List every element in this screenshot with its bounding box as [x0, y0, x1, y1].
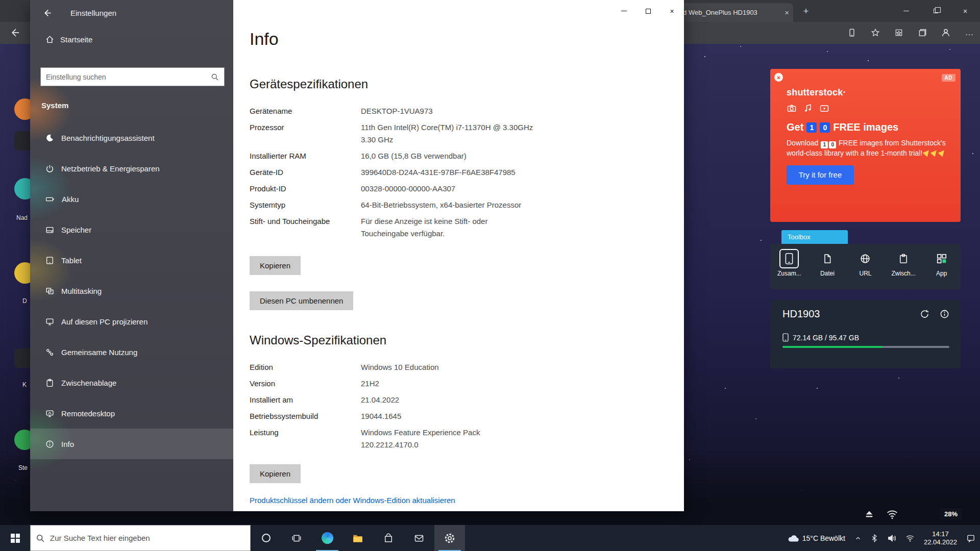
settings-close-button[interactable]: × — [660, 0, 684, 22]
clock[interactable]: 14:17 22.04.2022 — [919, 530, 962, 546]
info-circle-icon[interactable] — [940, 309, 949, 319]
sidebar-item-label: Benachrichtigungsassistent — [61, 134, 155, 142]
bluetooth-icon — [871, 534, 878, 542]
desktop-icon-label: Nad — [16, 214, 28, 221]
task-view-button[interactable] — [281, 525, 312, 551]
sidebar-item-home[interactable]: Startseite — [45, 35, 233, 44]
browser-tab[interactable]: oid Web_OnePlus HD1903 × — [672, 3, 793, 22]
sidebar-item-storage[interactable]: Speicher — [30, 214, 233, 245]
tray-overflow-button[interactable] — [850, 525, 866, 551]
browser-restore-button[interactable] — [921, 0, 950, 22]
toolbox-item-app[interactable]: App — [925, 249, 958, 277]
web-capture-icon[interactable] — [846, 27, 857, 38]
browser-back-button[interactable] — [9, 27, 20, 38]
spec-label: Systemtyp — [250, 199, 361, 211]
volume-button[interactable] — [883, 525, 901, 551]
ad-body-digit-0: 0 — [829, 141, 836, 148]
ad-close-icon[interactable]: × — [774, 73, 783, 82]
settings-sidebar: Einstellungen Startseite System Benachri… — [30, 0, 233, 511]
toolbox-item-url[interactable]: URL — [849, 249, 881, 277]
settings-minimize-button[interactable] — [612, 0, 636, 22]
info-icon — [45, 440, 54, 448]
try-it-for-free-button[interactable]: Try it for free — [787, 165, 854, 185]
search-icon — [36, 534, 45, 543]
settings-search-input[interactable] — [41, 73, 211, 81]
video-icon — [819, 103, 829, 113]
settings-back-button[interactable] — [42, 8, 52, 18]
taskbar-search-box[interactable] — [30, 525, 251, 551]
wifi-icon[interactable] — [886, 508, 898, 520]
spec-label: Version — [250, 378, 361, 390]
browser-minimize-button[interactable] — [891, 0, 921, 22]
sidebar-item-focus-assist[interactable]: Benachrichtigungsassistent — [30, 122, 233, 153]
collections-icon[interactable] — [917, 27, 928, 38]
profile-avatar-icon[interactable] — [940, 27, 951, 38]
favorites-bar-icon[interactable] — [893, 27, 904, 38]
sidebar-nav: Benachrichtigungsassistent Netzbetrieb &… — [30, 122, 233, 459]
mail-button[interactable] — [404, 525, 434, 551]
spec-value: 19044.1645 — [361, 410, 401, 422]
windows-spec-rows: EditionWindows 10 Education Version21H2 … — [250, 361, 664, 455]
toolbox-panel: Zusam... Datei URL Zwisch... App — [770, 244, 961, 289]
copy-windows-specs-button[interactable]: Kopieren — [250, 464, 301, 483]
browser-menu-icon[interactable]: … — [964, 27, 975, 38]
taskbar-search-input[interactable] — [45, 534, 245, 542]
toolbox-item-label: App — [936, 270, 947, 277]
sidebar-item-shared-experiences[interactable]: Gemeinsame Nutzung — [30, 337, 233, 367]
spec-value: 11th Gen Intel(R) Core(TM) i7-11370H @ 3… — [361, 121, 537, 146]
sidebar-item-clipboard[interactable]: Zwischenablage — [30, 367, 233, 398]
start-button[interactable] — [0, 525, 30, 551]
ad-badge: AD — [942, 74, 955, 82]
copy-device-specs-button[interactable]: Kopieren — [250, 256, 301, 275]
toolbox-item-clipboard[interactable]: Zwisch... — [887, 249, 920, 277]
ad-media-icons — [787, 103, 947, 113]
sidebar-item-power[interactable]: Netzbetrieb & Energiesparen — [30, 153, 233, 184]
edge-icon — [322, 532, 333, 544]
change-product-key-link[interactable]: Produktschlüssel ändern oder Windows-Edi… — [250, 495, 664, 506]
settings-maximize-button[interactable] — [636, 0, 660, 22]
refresh-icon[interactable] — [920, 309, 929, 319]
toolbox-item-label: Zwisch... — [891, 270, 915, 277]
browser-close-button[interactable]: × — [950, 0, 980, 22]
network-wifi-icon — [905, 534, 915, 543]
eject-icon[interactable] — [864, 509, 875, 520]
weather-widget[interactable]: 15°C Bewölkt — [783, 525, 850, 551]
action-center-button[interactable] — [962, 525, 980, 551]
new-tab-button[interactable]: + — [799, 5, 813, 17]
edge-button[interactable] — [312, 525, 342, 551]
spec-row: EditionWindows 10 Education — [250, 361, 664, 378]
desktop-icon-label: K — [22, 381, 27, 388]
settings-search-box[interactable] — [40, 67, 225, 86]
settings-taskbar-button[interactable] — [434, 525, 465, 551]
rename-pc-button[interactable]: Diesen PC umbenennen — [250, 291, 353, 310]
tab-close-icon[interactable]: × — [785, 8, 789, 17]
camera-icon — [787, 103, 797, 113]
cortana-button[interactable] — [251, 525, 281, 551]
favorites-add-icon[interactable] — [870, 27, 881, 38]
toolbox-item-label: Datei — [820, 270, 835, 277]
sidebar-item-tablet[interactable]: Tablet — [30, 245, 233, 276]
screen: oid Web_OnePlus HD1903 × + × — [0, 0, 980, 551]
spec-row: Version21H2 — [250, 378, 664, 394]
system-tray: 15°C Bewölkt — [783, 525, 980, 551]
toolbox-item-summary[interactable]: Zusam... — [773, 249, 805, 277]
spec-row: LeistungWindows Feature Experience Pack … — [250, 427, 664, 455]
spec-label: Prozessor — [250, 121, 361, 146]
toolbox-tab[interactable]: Toolbox — [781, 230, 848, 244]
sidebar-item-battery[interactable]: Akku — [30, 184, 233, 214]
tab-title: oid Web_OnePlus HD1903 — [678, 9, 781, 16]
store-button[interactable] — [373, 525, 404, 551]
spec-row: Installiert am21.04.2022 — [250, 394, 664, 410]
spec-value: 00328-00000-00000-AA307 — [361, 183, 455, 195]
music-icon — [803, 103, 813, 113]
sidebar-item-project[interactable]: Auf diesen PC projizieren — [30, 306, 233, 337]
sidebar-item-remote-desktop[interactable]: Remotedesktop — [30, 398, 233, 429]
network-button[interactable] — [901, 525, 919, 551]
shutterstock-logo: shutterstock· — [787, 87, 947, 98]
bluetooth-button[interactable] — [866, 525, 883, 551]
settings-window-title: Einstellungen — [70, 9, 116, 17]
file-explorer-button[interactable] — [342, 525, 373, 551]
sidebar-item-multitasking[interactable]: Multitasking — [30, 276, 233, 306]
sidebar-item-about[interactable]: Info — [30, 429, 233, 459]
toolbox-item-file[interactable]: Datei — [811, 249, 844, 277]
